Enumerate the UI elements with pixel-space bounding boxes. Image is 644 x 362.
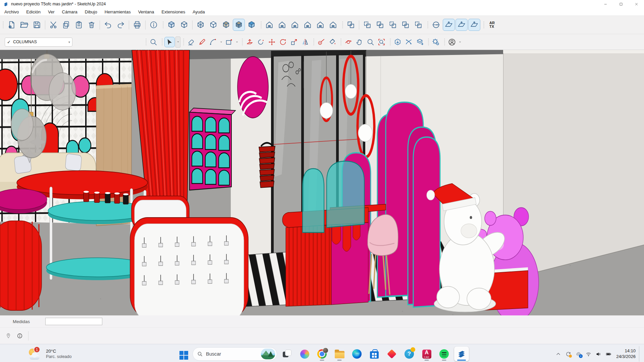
taskbar-spotify[interactable]: [437, 347, 451, 361]
locker-cabinet[interactable]: [190, 108, 235, 190]
x-ray-button[interactable]: [165, 19, 177, 31]
taskbar-help-app[interactable]: [402, 347, 417, 361]
menu-dibujo[interactable]: Dibujo: [81, 9, 101, 15]
maximize-button[interactable]: [613, 0, 629, 8]
model-viewport[interactable]: [0, 50, 644, 315]
battery-icon[interactable]: [603, 347, 613, 361]
taskbar-edge[interactable]: [350, 347, 364, 361]
credits-icon[interactable]: [17, 333, 23, 339]
menu-extensiones[interactable]: Extensiones: [158, 9, 189, 15]
zoom-extents-button[interactable]: [376, 37, 387, 47]
move-button[interactable]: [267, 37, 277, 47]
tape-measure-button[interactable]: [316, 37, 326, 47]
minimize-button[interactable]: [598, 0, 613, 8]
push-pull-button[interactable]: [245, 37, 255, 47]
tags-dropdown[interactable]: ✓ COLUMNAS ▾: [5, 38, 72, 47]
split-button[interactable]: [412, 19, 424, 31]
hidden-line-button[interactable]: [207, 19, 219, 31]
show-desktop-button[interactable]: [639, 346, 641, 362]
scale-button[interactable]: [289, 37, 299, 47]
measurements-input[interactable]: [45, 318, 102, 325]
taskbar-start[interactable]: [175, 347, 190, 361]
taskbar-clock[interactable]: 14:10 24/3/2026: [616, 348, 636, 360]
redo-button[interactable]: [115, 19, 127, 31]
onedrive-icon[interactable]: i: [573, 347, 583, 361]
menu-camara[interactable]: Cámara: [58, 9, 81, 15]
menu-ventana[interactable]: Ventana: [135, 9, 158, 15]
intersect-button[interactable]: [361, 19, 373, 31]
hidden-icons-button[interactable]: [553, 347, 563, 361]
taskbar-diamond-app[interactable]: [384, 347, 399, 361]
zoom-button[interactable]: [365, 37, 376, 47]
ar-tx-button[interactable]: ARTX: [486, 19, 498, 31]
model-info-button[interactable]: [148, 19, 160, 31]
select-button[interactable]: [164, 37, 175, 47]
view-iso-button[interactable]: [263, 19, 275, 31]
outer-shell-button[interactable]: [345, 19, 357, 31]
eraser-button[interactable]: [186, 37, 196, 47]
section-plane-button[interactable]: [430, 19, 442, 31]
display-section-cuts-button[interactable]: [455, 19, 468, 31]
back-edges-button[interactable]: [178, 19, 190, 31]
wall-logo[interactable]: [237, 57, 268, 118]
taskbar-task-view[interactable]: [280, 347, 294, 361]
display-section-planes-button[interactable]: [443, 19, 455, 31]
extension-layers-button[interactable]: [415, 37, 425, 47]
flip-button[interactable]: [300, 37, 310, 47]
pan-button[interactable]: [354, 37, 365, 47]
rotate-button[interactable]: [278, 37, 288, 47]
wifi-icon[interactable]: [583, 347, 593, 361]
arcs-button[interactable]: [208, 37, 218, 47]
shapes-button[interactable]: [224, 37, 234, 47]
cut-button[interactable]: [47, 19, 59, 31]
print-button[interactable]: [131, 19, 143, 31]
menu-edicion[interactable]: Edición: [22, 9, 44, 15]
new-button[interactable]: [5, 19, 17, 31]
follow-me-button[interactable]: [256, 37, 266, 47]
view-top-button[interactable]: [276, 19, 288, 31]
taskbar-file-explorer[interactable]: [332, 347, 347, 361]
taskbar-sketchup[interactable]: [454, 347, 469, 361]
union-button[interactable]: [374, 19, 386, 31]
save-button[interactable]: [31, 19, 43, 31]
orbit-button[interactable]: [343, 37, 354, 47]
freehand-button[interactable]: [197, 37, 207, 47]
view-back-button[interactable]: [314, 19, 326, 31]
wireframe-button[interactable]: [195, 19, 207, 31]
extension-flip-button[interactable]: [404, 37, 414, 47]
extension-settings-button[interactable]: [431, 37, 441, 47]
monochrome-button[interactable]: [246, 19, 258, 31]
extension-download-button[interactable]: [392, 37, 403, 47]
taskbar-weather-widget[interactable]: 1 20°C Parc. soleado: [28, 348, 71, 360]
menu-ayuda[interactable]: Ayuda: [189, 9, 209, 15]
open-button[interactable]: [18, 19, 30, 31]
shaded-with-textures-button[interactable]: [233, 19, 245, 31]
paste-button[interactable]: [73, 19, 85, 31]
volume-icon[interactable]: [593, 347, 603, 361]
geolocation-icon[interactable]: [5, 333, 11, 339]
sync-icon[interactable]: [563, 347, 573, 361]
arcs-caret[interactable]: [219, 37, 223, 47]
view-left-button[interactable]: [327, 19, 339, 31]
copy-button[interactable]: [60, 19, 72, 31]
delete-button[interactable]: [86, 19, 98, 31]
taskbar-autocad[interactable]: [419, 347, 434, 361]
view-right-button[interactable]: [302, 19, 314, 31]
trim-button[interactable]: [399, 19, 412, 31]
view-front-button[interactable]: [289, 19, 301, 31]
menu-herramientas[interactable]: Herramientas: [101, 9, 135, 15]
display-section-fill-button[interactable]: [468, 19, 480, 31]
shapes-caret[interactable]: [234, 37, 239, 47]
search-button[interactable]: [148, 37, 159, 47]
close-button[interactable]: [629, 0, 644, 8]
taskbar-search[interactable]: Buscar: [193, 347, 277, 361]
account-button[interactable]: [447, 37, 457, 47]
taskbar-chrome[interactable]: [315, 347, 329, 361]
taskbar-copilot[interactable]: [297, 347, 312, 361]
menu-ver[interactable]: Ver: [44, 9, 58, 15]
paint-bucket-button[interactable]: [327, 37, 337, 47]
shaded-button[interactable]: [220, 19, 232, 31]
undo-button[interactable]: [102, 19, 114, 31]
menu-archivo[interactable]: Archivo: [1, 9, 22, 15]
taskbar-microsoft-store[interactable]: [367, 347, 382, 361]
